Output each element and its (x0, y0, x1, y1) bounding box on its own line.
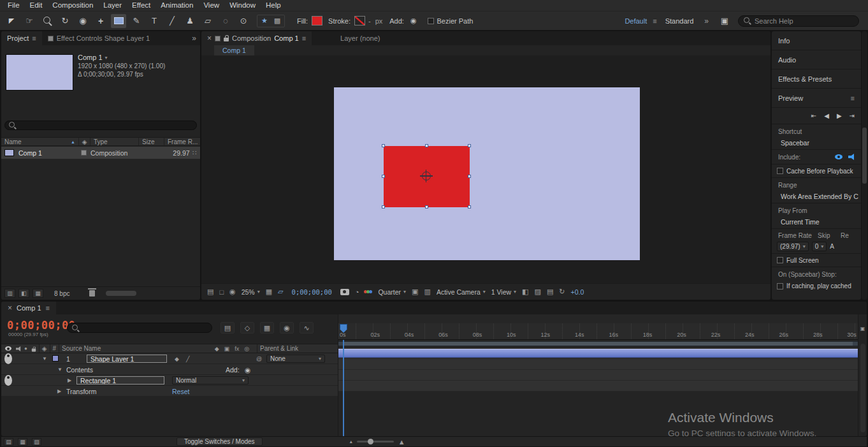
stroke-width-value[interactable]: - (368, 17, 371, 25)
track-empty-area[interactable] (338, 392, 858, 436)
menu-item[interactable]: Effect (127, 0, 156, 11)
toggle-switches-modes-button[interactable]: Toggle Switches / Modes (177, 437, 263, 446)
timeline-track-area[interactable]: 0s02s04s06s08s10s12s14s16s18s20s22s24s26… (338, 314, 858, 436)
track-row[interactable] (338, 370, 858, 381)
camera-tool[interactable]: ◉ (75, 14, 90, 28)
work-area-bar[interactable] (338, 341, 858, 346)
switches-column-icon-4[interactable]: ◎ (244, 346, 249, 352)
bezier-path-option[interactable]: Bezier Path (428, 17, 474, 25)
project-scrollbar[interactable] (106, 291, 136, 296)
mask-visibility-icon[interactable]: ▱ (278, 288, 283, 296)
workspace-mode[interactable]: Standard (663, 17, 697, 25)
bezier-path-checkbox[interactable] (428, 18, 434, 24)
project-search-field[interactable] (4, 121, 197, 130)
interpret-footage-icon[interactable]: ▥ (4, 289, 15, 298)
fast-previews-icon[interactable]: ▨ (535, 288, 541, 296)
tab-project[interactable]: Project ≡ (1, 31, 42, 45)
rotate-tool[interactable]: ↻ (57, 14, 73, 28)
menu-item[interactable]: Edit (25, 0, 48, 11)
column-frame-rate[interactable]: Frame R... (164, 138, 200, 145)
comp-name[interactable]: Comp 1 (78, 54, 103, 62)
layer-label-color-chip[interactable] (52, 355, 59, 362)
track-row-layer[interactable] (338, 348, 858, 359)
transform-reset-link[interactable]: Reset (172, 386, 189, 397)
rectangle-visibility-eye-icon[interactable] (4, 375, 12, 386)
comp-marker-icon[interactable]: ▣ (859, 325, 866, 332)
viewer-tab-comp1[interactable]: Comp 1 (214, 45, 254, 55)
column-name[interactable]: Name ▲ (1, 138, 79, 145)
switches-column-icon-1[interactable]: ◆ (215, 346, 219, 352)
reset-exposure-icon[interactable]: ↻ (559, 288, 565, 296)
handle-top-center[interactable] (425, 144, 428, 147)
panel-menu-icon[interactable]: ≡ (851, 94, 855, 102)
comp-thumbnail[interactable] (6, 54, 73, 91)
search-help-input[interactable] (755, 17, 844, 25)
mini-flowchart-icon[interactable]: ▤ (547, 288, 553, 296)
camera-view-select[interactable]: Active Camera ▾ (437, 288, 486, 296)
stereo-3d-icon[interactable]: ◉ (229, 288, 236, 296)
resolution-value[interactable]: A (830, 243, 834, 250)
collapsed-panel-header[interactable]: Audio (772, 50, 861, 70)
brush-tool[interactable]: ╱ (164, 14, 180, 28)
solo-column-icon[interactable]: ● (24, 346, 27, 351)
rectangle-row[interactable]: ▶ Rectangle 1 Normal ▾ (1, 375, 338, 386)
source-name-column-label[interactable]: Source Name (62, 345, 101, 352)
timeline-search-input[interactable] (82, 325, 197, 332)
type-tool[interactable]: T (147, 14, 162, 28)
show-channel-icon[interactable] (365, 290, 372, 293)
play-button[interactable]: ▶ (837, 112, 842, 119)
grid-options-icon[interactable]: ▦ (266, 288, 272, 296)
transform-row[interactable]: ▶ Transform Reset (1, 386, 338, 397)
add-property-button[interactable]: ◉ (245, 364, 250, 375)
roto-brush-tool[interactable]: ◌ (218, 14, 233, 28)
include-video-eye-icon[interactable] (835, 154, 843, 159)
expand-layer-pane-icon[interactable]: ▤ (4, 438, 13, 446)
tab-layer[interactable]: Layer (none) (335, 31, 386, 45)
red-rectangle-shape[interactable] (384, 146, 470, 207)
viewer-timecode[interactable]: 0;00;00;00 (292, 288, 332, 296)
layer-duration-bar[interactable] (338, 349, 858, 358)
rectangle-name[interactable]: Rectangle 1 (76, 376, 164, 385)
full-screen-option[interactable]: Full Screen (772, 254, 861, 267)
always-preview-icon[interactable]: ▤ (207, 288, 213, 296)
close-icon[interactable]: × (8, 304, 12, 312)
transform-twirl-icon[interactable]: ▶ (57, 386, 61, 397)
anchor-point[interactable] (422, 172, 431, 180)
handle-middle-left[interactable] (382, 175, 385, 178)
menu-item[interactable]: View (198, 0, 224, 11)
fill-label[interactable]: Fill: (297, 17, 308, 25)
track-row[interactable] (338, 381, 858, 392)
frame-rate-select[interactable]: (29.97) ▾ (777, 242, 809, 251)
pixel-aspect-icon[interactable]: ◧ (522, 288, 528, 296)
zoom-in-icon[interactable]: ▲ (398, 438, 405, 446)
tool-creates-shape-button[interactable]: ★ (259, 16, 270, 26)
stroke-color-swatch[interactable] (354, 16, 365, 26)
blend-mode-select[interactable]: Normal ▾ (172, 376, 249, 385)
add-shape-button[interactable]: ◉ (410, 17, 417, 25)
layer-name[interactable]: Shape Layer 1 (87, 355, 167, 363)
caching-play-cached-option[interactable]: If caching, play cached (772, 279, 861, 293)
layer-twirl-icon[interactable]: ▼ (42, 353, 47, 364)
collapsed-panel-header[interactable]: Effects & Presets (772, 70, 861, 89)
hand-tool[interactable]: ☞ (22, 14, 37, 28)
graph-editor-icon[interactable]: ∿ (300, 322, 314, 333)
fill-color-swatch[interactable] (312, 16, 322, 26)
menu-item[interactable]: Composition (47, 0, 98, 11)
switches-column-icon-3[interactable]: fx (235, 346, 239, 352)
zoom-slider-handle[interactable] (368, 439, 373, 444)
menu-item[interactable]: File (3, 0, 25, 11)
contents-row[interactable]: ▼ Contents Add: ◉ (1, 364, 338, 375)
panel-menu-icon[interactable]: ≡ (32, 34, 36, 42)
exposure-value[interactable]: +0.0 (571, 288, 584, 296)
handle-top-left[interactable] (382, 144, 385, 147)
tab-composition[interactable]: × Composition Comp 1 ≡ (201, 31, 312, 45)
region-of-interest-icon[interactable]: ▣ (412, 288, 418, 296)
draft-3d-icon[interactable]: ◇ (240, 322, 254, 333)
lock-column-icon[interactable] (32, 348, 36, 351)
collapsed-panel-header[interactable]: Info (772, 31, 861, 50)
composition-viewer[interactable] (201, 55, 770, 283)
timeline-search-field[interactable] (67, 323, 212, 333)
cache-before-playback-option[interactable]: Cache Before Playback (772, 165, 861, 178)
new-folder-icon[interactable]: ◧ (18, 289, 29, 298)
video-column-icon[interactable] (5, 346, 11, 351)
